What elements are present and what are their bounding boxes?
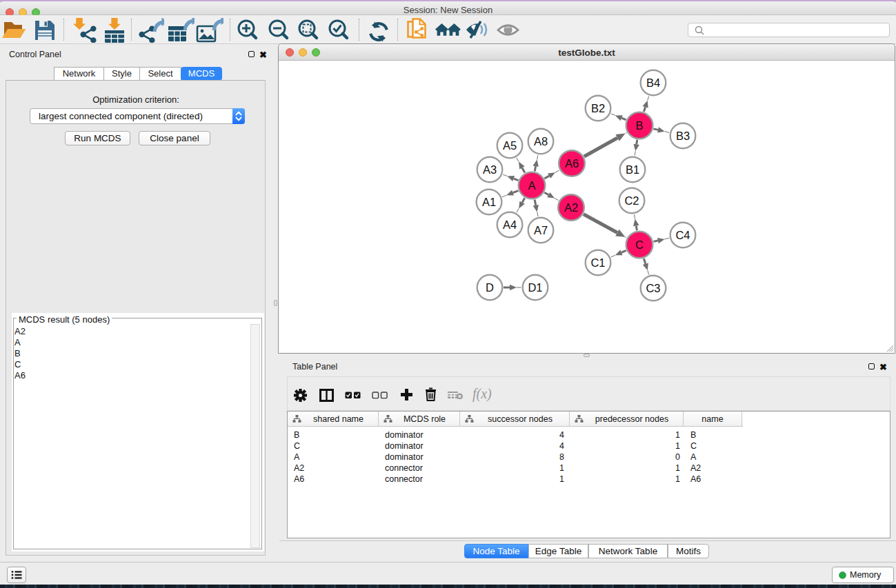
svg-text:D: D [486, 281, 494, 294]
svg-text:C2: C2 [624, 194, 639, 207]
svg-text:A2: A2 [564, 201, 578, 214]
svg-text:B1: B1 [626, 163, 639, 176]
svg-text:D1: D1 [528, 281, 542, 294]
svg-text:B4: B4 [646, 77, 660, 89]
svg-text:A6: A6 [565, 157, 579, 170]
svg-text:B3: B3 [676, 130, 690, 142]
svg-text:B: B [635, 119, 643, 132]
svg-text:C: C [635, 239, 644, 251]
svg-text:C4: C4 [675, 229, 690, 241]
svg-text:A4: A4 [503, 219, 517, 231]
svg-text:A5: A5 [503, 139, 517, 152]
svg-text:C3: C3 [646, 282, 660, 294]
svg-text:A7: A7 [534, 224, 548, 236]
svg-text:B2: B2 [591, 102, 605, 114]
svg-text:A: A [528, 179, 535, 192]
svg-text:A3: A3 [483, 163, 497, 176]
svg-text:C1: C1 [590, 256, 605, 269]
svg-text:A8: A8 [534, 135, 548, 148]
svg-text:A1: A1 [482, 196, 496, 208]
